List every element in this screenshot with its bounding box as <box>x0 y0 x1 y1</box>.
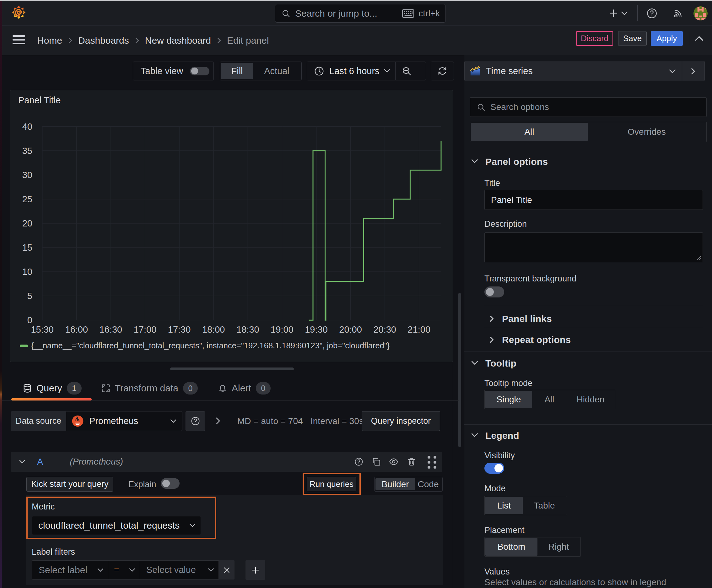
svg-text:15:30: 15:30 <box>31 324 54 335</box>
svg-text:40: 40 <box>22 122 33 132</box>
svg-text:30: 30 <box>22 170 33 180</box>
svg-text:17:00: 17:00 <box>134 324 157 335</box>
svg-text:{__name__="cloudflared_tunnel_: {__name__="cloudflared_tunnel_total_requ… <box>31 341 390 350</box>
svg-text:5: 5 <box>27 291 33 301</box>
svg-text:19:00: 19:00 <box>271 324 294 335</box>
svg-text:15: 15 <box>22 243 33 253</box>
svg-text:17:30: 17:30 <box>168 324 191 335</box>
svg-text:16:00: 16:00 <box>65 324 88 335</box>
svg-text:20:30: 20:30 <box>373 324 396 335</box>
svg-text:18:00: 18:00 <box>202 324 225 335</box>
svg-text:20:00: 20:00 <box>339 324 362 335</box>
svg-text:20: 20 <box>22 218 33 228</box>
svg-text:0: 0 <box>27 315 33 325</box>
svg-text:10: 10 <box>22 267 33 277</box>
svg-text:19:30: 19:30 <box>305 324 328 335</box>
svg-text:21:00: 21:00 <box>408 324 431 335</box>
svg-text:35: 35 <box>22 146 33 156</box>
svg-text:25: 25 <box>22 194 33 204</box>
svg-text:18:30: 18:30 <box>236 324 259 335</box>
svg-text:16:30: 16:30 <box>100 324 123 335</box>
